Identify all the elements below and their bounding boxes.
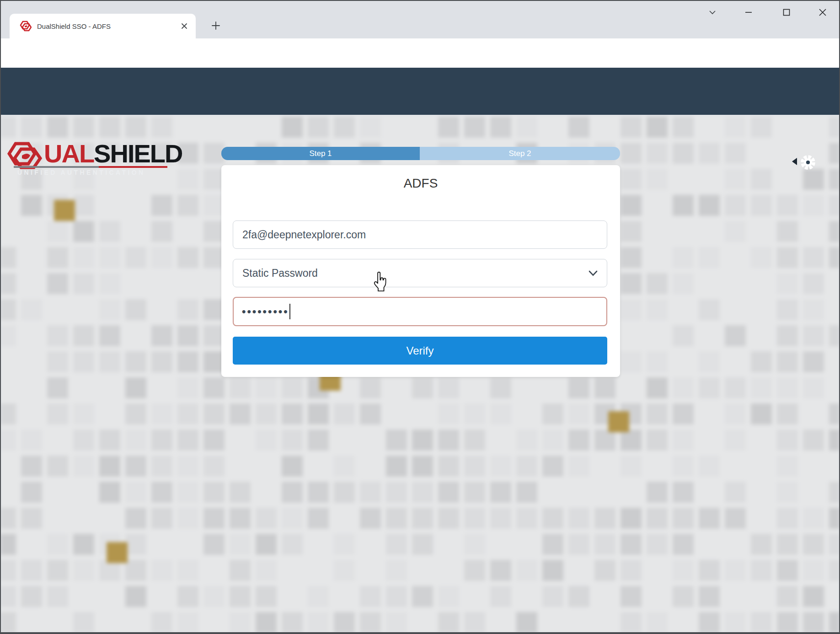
- mosaic-tile: [829, 169, 840, 190]
- mosaic-tile: [282, 377, 303, 398]
- mosaic-tile: [0, 508, 16, 529]
- mosaic-tile: [621, 299, 642, 320]
- mosaic-tile: [464, 534, 485, 555]
- mosaic-tile: [230, 534, 251, 555]
- mosaic-tile: [673, 430, 694, 451]
- mosaic-tile: [334, 560, 355, 581]
- settings-button[interactable]: [799, 154, 817, 171]
- mosaic-tile: [334, 482, 355, 503]
- mosaic-tile: [334, 403, 355, 424]
- mosaic-tile: [673, 325, 694, 346]
- mosaic-tile: [542, 430, 563, 451]
- mosaic-tile: [360, 612, 381, 633]
- mosaic-tile: [47, 351, 68, 372]
- mosaic-tile: [647, 117, 668, 138]
- mosaic-tile: [47, 403, 68, 424]
- mosaic-tile: [386, 560, 407, 581]
- minimize-button[interactable]: [741, 5, 756, 20]
- username-input[interactable]: [233, 220, 607, 249]
- new-tab-button[interactable]: [207, 16, 225, 35]
- mosaic-tile: [725, 560, 746, 581]
- mosaic-tile: [282, 612, 303, 633]
- mosaic-tile: [725, 143, 746, 164]
- mosaic-tile: [99, 325, 120, 346]
- mosaic-tile: [99, 299, 120, 320]
- maximize-button[interactable]: [779, 5, 794, 20]
- verify-button[interactable]: Verify: [233, 337, 607, 365]
- mosaic-tile: [125, 560, 146, 581]
- mosaic-tile: [751, 195, 772, 216]
- mosaic-tile: [673, 195, 694, 216]
- mosaic-tile: [829, 560, 840, 581]
- mosaic-tile: [568, 403, 589, 424]
- mosaic-tile: [777, 586, 798, 607]
- mosaic-tile: [568, 456, 589, 477]
- mosaic-tile: [47, 273, 68, 294]
- mosaic-tile: [516, 612, 537, 633]
- mosaic-tile: [203, 534, 225, 555]
- mosaic-tile: [282, 508, 303, 529]
- mosaic-tile: [47, 221, 68, 242]
- mosaic-tile: [490, 403, 511, 424]
- mosaic-tile: [73, 403, 94, 424]
- auth-method-select[interactable]: Static Password: [233, 259, 607, 287]
- mosaic-tile: [464, 456, 485, 477]
- mosaic-tile: [151, 482, 172, 503]
- mosaic-tile: [621, 169, 642, 190]
- mosaic-tile: [725, 117, 746, 138]
- mosaic-tile: [230, 612, 251, 633]
- mosaic-tile: [177, 169, 198, 190]
- mosaic-tile: [673, 117, 694, 138]
- mosaic-tile: [360, 482, 381, 503]
- mosaic-tile: [803, 299, 824, 320]
- mosaic-tile: [177, 351, 198, 372]
- mosaic-tile: [829, 430, 840, 451]
- mosaic-tile: [829, 534, 840, 555]
- mosaic-tile: [412, 586, 433, 607]
- mosaic-tile: [673, 508, 694, 529]
- mosaic-tile: [647, 612, 668, 633]
- browser-tab[interactable]: DualShield SSO - ADFS: [10, 14, 196, 38]
- mosaic-tile: [177, 377, 198, 398]
- mosaic-tile: [438, 117, 459, 138]
- collapse-triangle-icon: [792, 158, 797, 165]
- mosaic-tile: [282, 403, 303, 424]
- password-input[interactable]: •••••••••: [233, 297, 607, 326]
- mosaic-tile: [21, 299, 42, 320]
- mosaic-tile: [673, 247, 694, 268]
- mosaic-tile: [725, 325, 746, 346]
- mosaic-tile: [73, 221, 94, 242]
- mosaic-tile: [803, 351, 824, 372]
- form-title: ADFS: [221, 176, 620, 191]
- mosaic-tile: [308, 403, 329, 424]
- mosaic-tile: [73, 325, 94, 346]
- mosaic-tile: [151, 430, 172, 451]
- mosaic-tile: [438, 403, 459, 424]
- tab-list-chevron-button[interactable]: [705, 5, 720, 20]
- mosaic-tile: [751, 351, 772, 372]
- verify-label: Verify: [406, 344, 433, 357]
- mosaic-tile: [621, 221, 642, 242]
- brand-dark-text: SHIELD: [94, 139, 182, 168]
- mosaic-tile: [621, 195, 642, 216]
- mosaic-gold-tile: [107, 542, 128, 563]
- mosaic-tile: [803, 534, 824, 555]
- tab-close-icon[interactable]: [180, 22, 188, 30]
- auth-method-value: Static Password: [242, 267, 589, 279]
- window-close-button[interactable]: [815, 5, 830, 20]
- mosaic-tile: [125, 247, 146, 268]
- mosaic-tile: [334, 456, 355, 477]
- mosaic-tile: [125, 299, 146, 320]
- step-1-label: Step 1: [309, 149, 332, 158]
- mosaic-tile: [829, 247, 840, 268]
- mosaic-tile: [803, 247, 824, 268]
- close-icon: [818, 7, 828, 17]
- mosaic-tile: [725, 508, 746, 529]
- mosaic-tile: [21, 586, 42, 607]
- mosaic-tile: [230, 508, 251, 529]
- mosaic-tile: [751, 560, 772, 581]
- mosaic-tile: [777, 299, 798, 320]
- mosaic-tile: [177, 456, 198, 477]
- mosaic-tile: [803, 195, 824, 216]
- password-masked-value: •••••••••: [242, 305, 289, 318]
